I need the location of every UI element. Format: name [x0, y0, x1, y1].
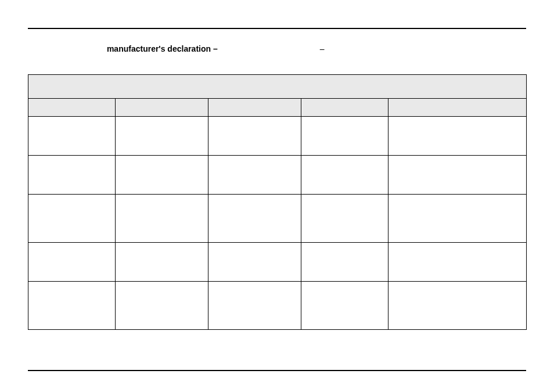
table-header: [28, 75, 527, 99]
cell: [116, 156, 208, 195]
cell: [301, 117, 388, 156]
cell: [116, 243, 208, 282]
cell: [388, 156, 527, 195]
cell: [301, 282, 388, 330]
cell: [208, 243, 301, 282]
col-4: [301, 99, 388, 117]
cell: [28, 156, 116, 195]
col-3: [208, 99, 301, 117]
cell: [208, 117, 301, 156]
table-row: [28, 195, 527, 243]
cell: [116, 195, 208, 243]
cell: [116, 282, 208, 330]
cell: [28, 282, 116, 330]
declaration-table: [28, 74, 526, 330]
cell: [388, 243, 527, 282]
cell: [388, 282, 527, 330]
title-dash: –: [220, 44, 325, 53]
table-header-row: [28, 75, 527, 99]
col-5: [388, 99, 527, 117]
cell: [116, 117, 208, 156]
top-rule: [28, 28, 526, 29]
cell: [301, 195, 388, 243]
page-title: manufacturer's declaration – –: [28, 44, 526, 53]
table-column-row: [28, 99, 527, 117]
cell: [388, 195, 527, 243]
cell: [301, 243, 388, 282]
cell: [28, 243, 116, 282]
table-row: [28, 282, 527, 330]
col-1: [28, 99, 116, 117]
table-row: [28, 243, 527, 282]
bottom-rule: [28, 370, 526, 371]
col-2: [116, 99, 208, 117]
table-row: [28, 117, 527, 156]
title-prefix: manufacturer's declaration –: [107, 44, 218, 53]
cell: [28, 117, 116, 156]
cell: [208, 156, 301, 195]
table-row: [28, 156, 527, 195]
cell: [388, 117, 527, 156]
cell: [208, 195, 301, 243]
cell: [28, 195, 116, 243]
page: manufacturer's declaration – –: [0, 0, 554, 392]
cell: [301, 156, 388, 195]
cell: [208, 282, 301, 330]
